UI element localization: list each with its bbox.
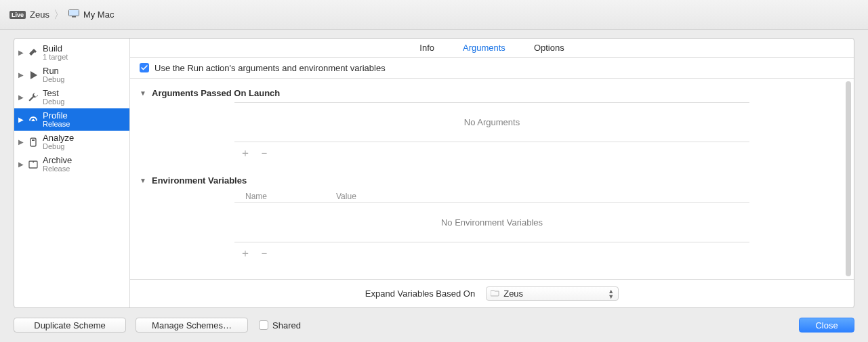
live-badge: Live bbox=[9, 11, 26, 19]
expand-variables-label: Expand Variables Based On bbox=[365, 288, 478, 299]
disclosure-triangle-icon[interactable]: ▶ bbox=[18, 71, 26, 79]
chevron-down-icon[interactable]: ▼ bbox=[140, 89, 146, 97]
arguments-empty-placeholder: No Arguments bbox=[234, 103, 749, 142]
arguments-section-header[interactable]: ▼ Arguments Passed On Launch bbox=[140, 88, 825, 98]
wrench-icon bbox=[26, 92, 40, 103]
arguments-remove-button[interactable]: － bbox=[259, 146, 270, 161]
expand-variables-row: Expand Variables Based On Zeus ▲▼ bbox=[130, 279, 854, 307]
svg-rect-1 bbox=[72, 16, 76, 18]
analyze-icon bbox=[26, 137, 40, 147]
svg-rect-0 bbox=[68, 10, 79, 16]
tab-bar: Info Arguments Options bbox=[130, 39, 854, 58]
sidebar-item-subtitle: Debug bbox=[43, 75, 64, 84]
sidebar-item-label: Archive bbox=[43, 156, 72, 165]
env-empty-placeholder: No Environment Variables bbox=[234, 203, 749, 242]
scroll-area[interactable]: ▼ Arguments Passed On Launch No Argument… bbox=[130, 79, 854, 279]
tab-arguments[interactable]: Arguments bbox=[463, 43, 505, 53]
arguments-section-title: Arguments Passed On Launch bbox=[152, 88, 280, 98]
use-run-args-row: Use the Run action's arguments and envir… bbox=[130, 58, 854, 79]
tab-info[interactable]: Info bbox=[419, 43, 434, 53]
expand-variables-popup[interactable]: Zeus ▲▼ bbox=[486, 286, 619, 301]
disclosure-triangle-icon[interactable]: ▶ bbox=[18, 138, 26, 146]
scheme-actions-sidebar: ▶ Build1 target ▶ RunDebug ▶ TestDebug ▶ bbox=[14, 39, 130, 307]
hammer-icon bbox=[26, 47, 40, 58]
popup-arrows-icon: ▲▼ bbox=[608, 288, 614, 299]
folder-icon bbox=[491, 288, 499, 299]
scheme-panel: ▶ Build1 target ▶ RunDebug ▶ TestDebug ▶ bbox=[14, 38, 854, 308]
env-add-button[interactable]: ＋ bbox=[240, 247, 251, 261]
disclosure-triangle-icon[interactable]: ▶ bbox=[18, 49, 26, 56]
sidebar-item-build[interactable]: ▶ Build1 target bbox=[14, 41, 129, 64]
env-value-header: Value bbox=[336, 192, 749, 201]
toolbar: Live Zeus 〉 My Mac bbox=[0, 0, 868, 30]
sidebar-item-subtitle: 1 target bbox=[43, 53, 68, 62]
svg-rect-2 bbox=[30, 138, 36, 146]
arguments-add-button[interactable]: ＋ bbox=[240, 146, 251, 161]
disclosure-triangle-icon[interactable]: ▶ bbox=[18, 116, 26, 123]
bottom-bar: Duplicate Scheme Manage Schemes… Shared … bbox=[14, 316, 854, 334]
sidebar-item-subtitle: Release bbox=[43, 120, 70, 129]
gauge-icon bbox=[26, 114, 40, 125]
vertical-scrollbar[interactable] bbox=[846, 81, 851, 276]
env-remove-button[interactable]: － bbox=[259, 247, 270, 261]
sidebar-item-label: Test bbox=[43, 89, 64, 98]
use-run-args-checkbox[interactable] bbox=[140, 63, 149, 72]
breadcrumb-separator: 〉 bbox=[54, 9, 64, 20]
sidebar-item-label: Analyze bbox=[43, 133, 74, 142]
env-section-header[interactable]: ▼ Environment Variables bbox=[140, 175, 825, 186]
sidebar-item-subtitle: Release bbox=[43, 165, 72, 173]
tab-options[interactable]: Options bbox=[534, 43, 564, 53]
env-section-title: Environment Variables bbox=[152, 175, 247, 186]
arguments-table: No Arguments ＋ － bbox=[234, 102, 749, 161]
disclosure-triangle-icon[interactable]: ▶ bbox=[18, 93, 26, 101]
play-icon bbox=[26, 70, 40, 80]
sidebar-item-profile[interactable]: ▶ ProfileRelease bbox=[14, 108, 129, 131]
expand-variables-value: Zeus bbox=[503, 288, 523, 299]
sidebar-item-test[interactable]: ▶ TestDebug bbox=[14, 86, 129, 108]
sidebar-item-label: Run bbox=[43, 66, 64, 75]
sidebar-item-archive[interactable]: ▶ ArchiveRelease bbox=[14, 153, 129, 175]
disclosure-triangle-icon[interactable]: ▶ bbox=[18, 161, 26, 168]
monitor-icon bbox=[68, 9, 79, 20]
use-run-args-label: Use the Run action's arguments and envir… bbox=[154, 63, 386, 73]
breadcrumb-scheme[interactable]: Zeus bbox=[30, 9, 49, 20]
env-table: Name Value No Environment Variables ＋ － bbox=[234, 190, 749, 261]
main-content: Info Arguments Options Use the Run actio… bbox=[130, 39, 854, 307]
sidebar-item-run[interactable]: ▶ RunDebug bbox=[14, 64, 129, 86]
sidebar-item-analyze[interactable]: ▶ AnalyzeDebug bbox=[14, 131, 129, 153]
archive-icon bbox=[26, 160, 40, 169]
shared-checkbox[interactable] bbox=[259, 320, 268, 330]
env-table-header: Name Value bbox=[234, 190, 749, 203]
sidebar-item-label: Build bbox=[43, 44, 68, 53]
sidebar-item-subtitle: Debug bbox=[43, 142, 74, 151]
env-name-header: Name bbox=[234, 192, 336, 201]
duplicate-scheme-button[interactable]: Duplicate Scheme bbox=[14, 318, 126, 333]
svg-rect-3 bbox=[32, 140, 35, 141]
chevron-down-icon[interactable]: ▼ bbox=[140, 177, 146, 184]
manage-schemes-button[interactable]: Manage Schemes… bbox=[136, 318, 248, 333]
breadcrumb-destination[interactable]: My Mac bbox=[83, 9, 115, 20]
sidebar-item-subtitle: Debug bbox=[43, 98, 64, 106]
close-button[interactable]: Close bbox=[799, 318, 854, 333]
shared-label: Shared bbox=[272, 320, 301, 330]
sidebar-item-label: Profile bbox=[43, 111, 70, 120]
